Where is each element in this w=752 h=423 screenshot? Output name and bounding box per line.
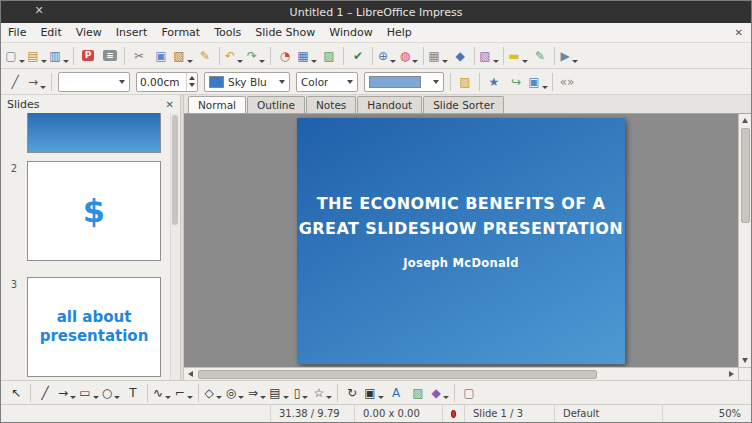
zoom-button[interactable]: ⊕ [377, 45, 397, 67]
insert-line-button[interactable]: ╱ [35, 383, 55, 403]
fontwork-button[interactable]: A [386, 383, 406, 403]
gallery-button[interactable]: ▧ [479, 45, 499, 67]
vertical-scrollbar[interactable] [738, 114, 751, 367]
animation-effects-button[interactable]: ★ [484, 71, 504, 93]
symbol-shapes-button[interactable]: ◎ [225, 383, 245, 403]
spin-down-icon[interactable] [189, 83, 195, 87]
curves-polygons-button[interactable]: ∿ [152, 383, 172, 403]
paste-button[interactable]: ▧ [173, 45, 193, 67]
menu-slide-show[interactable]: Slide Show [248, 24, 322, 41]
tab-handout[interactable]: Handout [357, 96, 422, 113]
export-pdf-button[interactable]: P [78, 45, 98, 67]
fill-style-select[interactable]: Color [296, 72, 358, 92]
slide-title-textbox[interactable]: THE ECONOMIC BENEFITS OF A GREAT SLIDESH… [297, 192, 625, 242]
tab-notes[interactable]: Notes [306, 96, 356, 113]
rotate-button[interactable]: ↻ [342, 383, 362, 403]
undo-button[interactable]: ↶ [224, 45, 244, 67]
menu-format[interactable]: Format [154, 24, 207, 41]
stars-banners-button[interactable]: ☆ [313, 383, 333, 403]
flowchart-button[interactable]: ▤ [269, 383, 289, 403]
helplines-button[interactable]: «» [557, 71, 577, 93]
menu-tools[interactable]: Tools [207, 24, 248, 41]
slide-3-thumbnail[interactable]: all about presentation [27, 277, 161, 377]
connectors-button[interactable]: ⌐ [174, 383, 194, 403]
slide-1-thumbnail[interactable] [27, 113, 161, 153]
status-page-style[interactable]: Default [555, 405, 663, 422]
status-zoom-level[interactable]: 50% [711, 405, 751, 422]
insert-comment-button[interactable]: ▬ [508, 45, 528, 67]
line-color-select[interactable]: Sky Blu [204, 72, 290, 92]
line-width-spinner[interactable]: 0.00cm [136, 72, 198, 92]
interaction-button[interactable]: ↪ [506, 71, 526, 93]
menu-file[interactable]: File [1, 24, 33, 41]
insert-textbox-button[interactable]: T [123, 383, 143, 403]
horizontal-scrollbar[interactable] [184, 367, 738, 380]
scroll-down-button[interactable] [739, 354, 752, 367]
redo-button[interactable]: ↷ [246, 45, 266, 67]
scroll-right-button[interactable] [725, 368, 738, 381]
insert-image-button[interactable]: ▨ [319, 45, 339, 67]
save-button[interactable]: ▥ [49, 45, 69, 67]
line-style-select[interactable] [58, 72, 130, 92]
menu-insert[interactable]: Insert [109, 24, 155, 41]
menu-help[interactable]: Help [380, 24, 419, 41]
tab-normal[interactable]: Normal [188, 96, 246, 113]
draw-functions-button[interactable]: ✎ [530, 45, 550, 67]
open-button[interactable]: ▤ [27, 45, 47, 67]
clone-formatting-button[interactable]: ✎ [195, 45, 215, 67]
display-grid-button[interactable]: ▦ [428, 45, 448, 67]
menu-edit[interactable]: Edit [33, 24, 68, 41]
lines-and-arrows-button[interactable]: → [57, 383, 77, 403]
cut-button[interactable]: ✂ [129, 45, 149, 67]
copy-button[interactable]: ▣ [151, 45, 171, 67]
align-objects-button[interactable]: ▣ [364, 383, 384, 403]
new-document-button[interactable]: ▢ [5, 45, 25, 67]
slide-2-thumbnail[interactable]: $ [27, 161, 161, 261]
rectangle-button[interactable]: ▭ [79, 383, 99, 403]
spin-up-icon[interactable] [189, 76, 195, 80]
arrow-down-icon [742, 358, 748, 363]
vertical-scrollbar-thumb[interactable] [741, 128, 750, 223]
slides-panel-close-button[interactable]: ✕ [166, 99, 174, 110]
start-presentation-button[interactable]: ▶ [559, 45, 579, 67]
insert-table-button[interactable]: ▦ [297, 45, 317, 67]
spelling-button[interactable]: ✔ [348, 45, 368, 67]
scroll-left-button[interactable] [184, 368, 197, 381]
insert-image-draw-icon: ▨ [412, 387, 423, 399]
window-close-button[interactable]: ✕ [31, 4, 47, 17]
slides-panel-scrollbar[interactable] [170, 113, 179, 380]
menu-view[interactable]: View [69, 24, 109, 41]
line-button[interactable]: ╱ [5, 71, 25, 93]
arrow-style-button[interactable]: → [27, 71, 47, 93]
ellipse-button[interactable]: ○ [101, 383, 121, 403]
status-slide-indicator[interactable]: Slide 1 / 3 [465, 405, 555, 422]
fill-color-select[interactable] [364, 72, 444, 92]
toolbar-separator [30, 384, 31, 402]
toggle-3d-button[interactable]: ◆ [430, 383, 450, 403]
arrange-button[interactable]: ▣ [528, 71, 548, 93]
menu-window[interactable]: Window [322, 24, 379, 41]
presentation-minimizer-button[interactable]: ▢ [459, 383, 479, 403]
slide-canvas[interactable]: THE ECONOMIC BENEFITS OF A GREAT SLIDESH… [184, 114, 738, 367]
help-lifebuoy-button[interactable]: ◍ [399, 45, 419, 67]
navigator-button[interactable]: ◆ [450, 45, 470, 67]
slides-panel-scrollbar-thumb[interactable] [172, 115, 178, 225]
insert-chart-button[interactable]: ◔ [275, 45, 295, 67]
insert-image-draw-button[interactable]: ▨ [408, 383, 428, 403]
tab-outline[interactable]: Outline [247, 96, 305, 113]
shadow-button[interactable]: ▨ [455, 71, 475, 93]
document-close-button[interactable]: ✕ [735, 27, 743, 38]
select-button[interactable]: ↖ [6, 383, 26, 403]
chevron-down-icon [412, 60, 418, 63]
tab-slide-sorter[interactable]: Slide Sorter [423, 96, 504, 113]
slide-editing-area[interactable]: THE ECONOMIC BENEFITS OF A GREAT SLIDESH… [297, 118, 625, 364]
ellipse-icon: ○ [102, 387, 112, 399]
print-button[interactable]: ≡ [100, 45, 120, 67]
block-arrows-button[interactable]: ⇒ [247, 383, 267, 403]
slide-subtitle-textbox[interactable]: Joseph McDonald [297, 256, 625, 270]
horizontal-scrollbar-thumb[interactable] [198, 370, 597, 379]
basic-shapes-button[interactable]: ◇ [203, 383, 223, 403]
scroll-up-button[interactable] [739, 114, 752, 127]
navigator-icon: ◆ [455, 50, 464, 62]
callouts-button[interactable]: ▯ [291, 383, 311, 403]
